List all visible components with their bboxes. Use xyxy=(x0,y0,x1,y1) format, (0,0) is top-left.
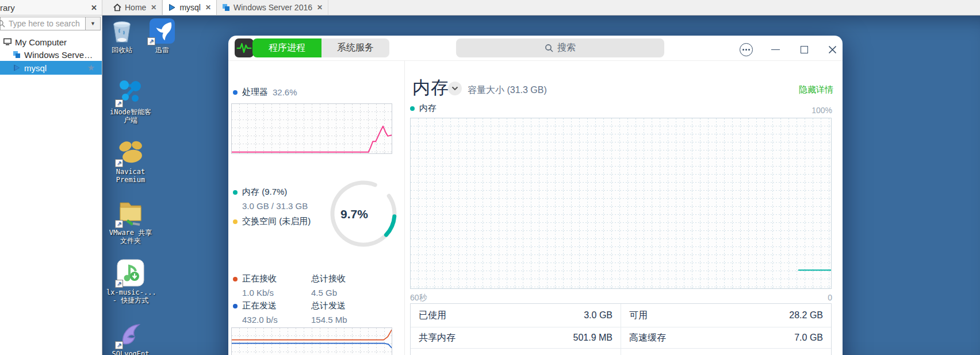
swap-dot-icon xyxy=(233,219,238,224)
vm-tab-bar: Home ✕ mysql ✕ Windows Server 2016 ✕ xyxy=(108,0,328,15)
desktop-icon-recycle-bin[interactable]: 回收站 xyxy=(102,18,141,54)
receiving-header: 正在接收 xyxy=(233,273,277,284)
vm-tab-label: Windows Server 2016 xyxy=(233,3,312,12)
total-sent-label: 总计发送 xyxy=(311,300,346,311)
cell-value: 28.2 GB xyxy=(789,310,823,321)
shortcut-arrow-icon: ↗ xyxy=(147,37,155,45)
monitor-left-panel: 处理器 32.6% 内存 (9.7%) 3.0 GB / 31.3 GB 交换空… xyxy=(228,61,405,355)
ring-value: 9.7% xyxy=(340,207,368,221)
tab-close-icon[interactable]: ✕ xyxy=(317,3,323,11)
cell-label: 已使用 xyxy=(419,310,446,322)
library-sidebar: ▼ My Computer Windows Serve… mysql ★ xyxy=(0,16,102,355)
close-icon xyxy=(828,45,837,54)
desktop-icon-navicat[interactable]: ↗ Navicat Premium xyxy=(106,138,155,184)
recycle-bin-icon xyxy=(109,18,135,44)
table-row: 已使用3.0 GB 可用28.2 GB xyxy=(411,304,831,327)
sending-header: 正在发送 xyxy=(233,300,277,311)
memory-detail: 3.0 GB / 31.3 GB xyxy=(242,201,308,211)
vm-tab-label: mysql xyxy=(179,3,201,12)
icon-label: 迅雷 xyxy=(143,46,182,54)
top-bar: rary ✕ Home ✕ mysql ✕ Windows Server 201… xyxy=(0,0,980,16)
tree-item-mysql[interactable]: mysql ★ xyxy=(0,61,102,75)
icon-label: 文件夹 xyxy=(106,237,155,245)
tree-item-my-computer[interactable]: My Computer xyxy=(0,36,102,48)
tree-item-label: My Computer xyxy=(15,37,67,47)
minimize-icon xyxy=(771,49,780,50)
tree-item-label: mysql xyxy=(24,63,47,73)
icon-label: iNode智能客 xyxy=(106,108,155,116)
desktop-icon-inode[interactable]: ↗ iNode智能客 户端 xyxy=(106,79,155,124)
close-button[interactable] xyxy=(824,41,841,58)
sending-value: 432.0 b/s xyxy=(242,315,278,325)
legend-label: 内存 xyxy=(419,103,437,114)
desktop-icon-vmware-shared-folder[interactable]: ↗ VMware 共享 文件夹 xyxy=(106,197,155,245)
desktop-icon-sqlyog[interactable]: ↗ SQLyogEnt xyxy=(106,319,155,355)
icon-label: 户端 xyxy=(106,116,155,124)
icon-label: Navicat xyxy=(106,168,155,176)
total-sent-header: 总计发送 xyxy=(311,300,346,311)
legend-dot-icon xyxy=(410,106,415,111)
vm-play-icon xyxy=(168,3,176,11)
ellipsis-icon xyxy=(740,43,753,56)
vm-tab-home[interactable]: Home ✕ xyxy=(108,0,162,15)
library-panel-title: rary xyxy=(0,3,15,13)
tree-item-windows-server[interactable]: Windows Serve… xyxy=(0,48,102,61)
tab-close-icon[interactable]: ✕ xyxy=(151,3,156,11)
hide-details-link[interactable]: 隐藏详情 xyxy=(799,84,833,95)
cell-label: 高速缓存 xyxy=(629,332,666,344)
cell-value: 3.0 GB xyxy=(584,310,612,321)
chevron-down-icon[interactable] xyxy=(448,82,462,95)
receiving-value: 1.0 Kb/s xyxy=(242,288,274,298)
vm-desktop: 回收站 ↗ 迅雷 ↗ iNode智能客 户端 ↗ Navicat Premium… xyxy=(102,16,980,355)
x-axis-right: 0 xyxy=(828,293,832,302)
search-icon xyxy=(1,17,6,30)
capacity-label: 容量大小 (31.3 GB) xyxy=(468,84,547,97)
memory-ring-gauge: 9.7% xyxy=(328,178,399,249)
receiving-label: 正在接收 xyxy=(242,273,277,284)
home-icon xyxy=(113,3,121,11)
vm-cubes-icon xyxy=(222,3,230,11)
search-icon xyxy=(545,44,553,52)
table-row xyxy=(411,348,831,355)
vm-cubes-icon xyxy=(13,51,21,59)
cpu-value: 32.6% xyxy=(273,87,297,97)
maximize-button[interactable] xyxy=(795,41,813,58)
tab-services[interactable]: 系统服务 xyxy=(321,38,389,57)
network-graph xyxy=(231,327,392,355)
memory-history-graph xyxy=(410,118,832,289)
icon-label: lx-music-... xyxy=(106,288,155,296)
memory-label: 内存 (9.7%) xyxy=(242,187,287,198)
icon-label: - 快捷方式 xyxy=(106,296,155,304)
cpu-graph xyxy=(231,103,392,154)
monitor-search-input[interactable]: 搜索 xyxy=(456,38,664,57)
shortcut-arrow-icon: ↗ xyxy=(115,220,123,228)
memory-legend: 内存 xyxy=(410,103,437,114)
monitor-tab-switcher: 程序进程 系统服务 xyxy=(252,38,389,57)
shortcut-arrow-icon: ↗ xyxy=(115,99,123,107)
memory-page-title: 内存 xyxy=(412,76,449,100)
table-row: 共享内存501.9 MB 高速缓存7.0 GB xyxy=(411,327,831,348)
tab-close-icon[interactable]: ✕ xyxy=(205,3,211,11)
search-placeholder: 搜索 xyxy=(557,42,576,54)
tab-processes[interactable]: 程序进程 xyxy=(252,38,321,57)
library-tree: My Computer Windows Serve… mysql ★ xyxy=(0,36,102,75)
icon-label: Premium xyxy=(106,176,155,184)
x-axis-left: 60秒 xyxy=(410,293,427,303)
system-monitor-window: 程序进程 系统服务 搜索 处理器 32.6% xyxy=(228,36,843,355)
monitor-titlebar[interactable]: 程序进程 系统服务 搜索 xyxy=(228,36,843,61)
maximize-icon xyxy=(801,46,808,53)
minimize-button[interactable] xyxy=(767,41,784,58)
search-dropdown-button[interactable]: ▼ xyxy=(85,17,100,30)
library-search-input[interactable] xyxy=(6,17,85,30)
vm-tab-mysql[interactable]: mysql ✕ xyxy=(162,0,217,15)
y-axis-max: 100% xyxy=(811,106,832,115)
library-close-icon[interactable]: ✕ xyxy=(91,3,97,12)
vm-tab-windows-server-2016[interactable]: Windows Server 2016 ✕ xyxy=(217,0,328,15)
favorite-star-icon[interactable]: ★ xyxy=(87,63,95,73)
swap-label: 交换空间 (未启用) xyxy=(242,216,311,227)
library-search-box: ▼ xyxy=(0,17,101,30)
desktop-icon-thunder[interactable]: ↗ 迅雷 xyxy=(143,18,182,54)
desktop-icon-lx-music[interactable]: ↗ lx-music-... - 快捷方式 xyxy=(106,259,155,304)
menu-button[interactable] xyxy=(737,41,755,58)
shortcut-arrow-icon: ↗ xyxy=(115,280,123,288)
